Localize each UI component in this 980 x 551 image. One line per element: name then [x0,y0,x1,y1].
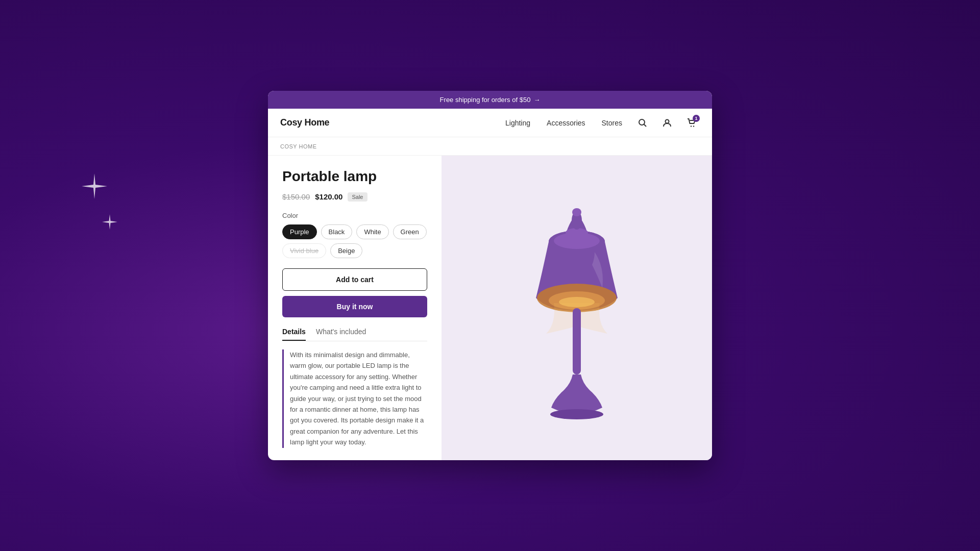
svg-point-2 [666,119,669,123]
product-info: Portable lamp $150.00 $120.00 Sale Color… [268,156,442,460]
promo-text: Free shipping for orders of $50 [440,96,531,104]
svg-point-10 [550,409,603,419]
nav-lighting[interactable]: Lighting [505,119,530,127]
svg-line-1 [644,124,647,127]
product-area: Portable lamp $150.00 $120.00 Sale Color… [268,156,712,460]
add-to-cart-button[interactable]: Add to cart [282,268,427,291]
sparkle-decoration-1 [82,173,107,199]
cart-button[interactable]: 1 [683,115,700,131]
sparkle-decoration-2 [102,214,117,230]
color-vivid-blue[interactable]: Vivid blue [282,243,326,258]
price-sale: $120.00 [315,192,342,201]
color-label: Color [282,212,427,219]
description-block: With its minimalist design and dimmable,… [282,349,427,448]
breadcrumb: COSY HOME [280,143,317,149]
logo[interactable]: Cosy Home [280,117,329,128]
sale-badge: Sale [348,192,367,202]
svg-point-4 [693,126,694,127]
nav-icons: 1 [634,115,700,131]
nav-links: Lighting Accessories Stores [505,119,622,127]
buy-now-button[interactable]: Buy it now [282,296,427,317]
color-purple[interactable]: Purple [282,224,317,239]
user-icon [663,118,672,128]
price-row: $150.00 $120.00 Sale [282,192,427,202]
account-button[interactable] [659,115,675,131]
svg-point-15 [572,208,581,216]
svg-point-3 [691,126,692,127]
tab-details[interactable]: Details [282,328,306,341]
search-button[interactable] [634,115,651,131]
product-title: Portable lamp [282,168,427,185]
nav-accessories[interactable]: Accessories [547,119,585,127]
tab-whats-included[interactable]: What's included [316,328,366,341]
svg-point-0 [639,119,645,125]
promo-arrow: → [533,96,540,104]
cart-badge: 1 [693,115,700,122]
color-green[interactable]: Green [393,224,427,239]
price-original: $150.00 [282,192,310,201]
breadcrumb-bar: COSY HOME [268,137,712,156]
nav-stores[interactable]: Stores [602,119,622,127]
color-options: Purple Black White Green Vivid blue Beig… [282,224,427,258]
search-icon [638,118,647,128]
navbar: Cosy Home Lighting Accessories Stores 1 [268,109,712,137]
svg-rect-9 [573,308,581,374]
description-text: With its minimalist design and dimmable,… [290,349,427,448]
product-image [495,186,658,431]
color-beige[interactable]: Beige [330,243,362,258]
tabs: Details What's included [282,328,427,341]
product-image-panel [442,156,712,460]
color-white[interactable]: White [356,224,388,239]
promo-banner[interactable]: Free shipping for orders of $50 → [268,91,712,109]
color-black[interactable]: Black [321,224,353,239]
main-window: Free shipping for orders of $50 → Cosy H… [268,91,712,460]
